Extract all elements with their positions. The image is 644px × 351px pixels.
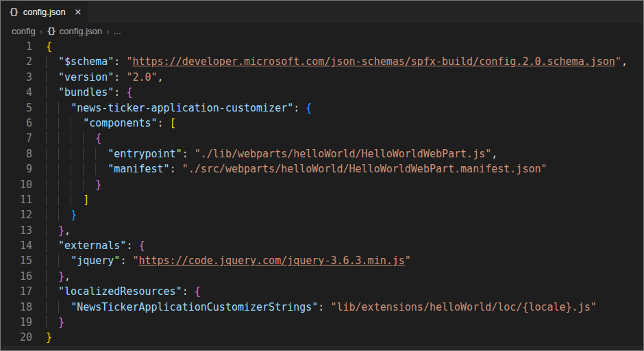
code-text: { bbox=[46, 131, 101, 146]
chevron-right-icon: › bbox=[40, 26, 43, 37]
bottom-edge bbox=[1, 346, 643, 351]
code-text: }, bbox=[46, 269, 71, 284]
code-line[interactable]: 20} bbox=[1, 330, 643, 345]
json-file-icon: {} bbox=[47, 27, 55, 36]
code-lines: 1{2 "$schema": "https://developer.micros… bbox=[1, 39, 643, 346]
code-text: }, bbox=[46, 223, 71, 238]
code-line[interactable]: 4 "bundles": { bbox=[1, 85, 643, 100]
code-line[interactable]: 9 "manifest": "./src/webparts/helloWorld… bbox=[1, 161, 643, 177]
code-text: "$schema": "https://developer.microsoft.… bbox=[46, 54, 628, 69]
code-line[interactable]: 18 "NewsTickerApplicationCustomizerStrin… bbox=[1, 300, 643, 315]
line-number: 20 bbox=[1, 330, 32, 345]
code-text: "localizedResources": { bbox=[46, 284, 201, 299]
code-line[interactable]: 16 }, bbox=[1, 269, 643, 284]
line-number: 12 bbox=[1, 207, 32, 222]
line-number: 19 bbox=[1, 315, 32, 330]
code-text: } bbox=[46, 177, 101, 192]
code-line[interactable]: 19 } bbox=[1, 315, 643, 330]
code-line[interactable]: 11 ] bbox=[1, 192, 643, 207]
code-text: "news-ticker-application-customizer": { bbox=[46, 101, 312, 116]
code-text: "version": "2.0", bbox=[46, 70, 164, 85]
line-number: 15 bbox=[1, 253, 32, 268]
code-line[interactable]: 14 "externals": { bbox=[1, 238, 643, 253]
breadcrumb: config › {} config.json › ... bbox=[1, 23, 643, 39]
line-number: 6 bbox=[1, 116, 32, 131]
json-file-icon: {} bbox=[9, 7, 18, 17]
line-number: 1 bbox=[1, 39, 32, 54]
code-line[interactable]: 3 "version": "2.0", bbox=[1, 70, 643, 85]
breadcrumb-item-config-json[interactable]: config.json bbox=[60, 26, 102, 36]
code-line[interactable]: 7 { bbox=[1, 131, 643, 146]
code-text: { bbox=[46, 39, 52, 54]
code-text: } bbox=[46, 315, 64, 330]
line-number: 7 bbox=[1, 131, 32, 146]
code-text: "entrypoint": "./lib/webparts/helloWorld… bbox=[46, 146, 497, 161]
code-line[interactable]: 2 "$schema": "https://developer.microsof… bbox=[1, 54, 643, 69]
code-line[interactable]: 5 "news-ticker-application-customizer": … bbox=[1, 101, 643, 116]
code-line[interactable]: 12 } bbox=[1, 207, 643, 222]
code-text: } bbox=[46, 330, 52, 345]
line-number: 10 bbox=[1, 177, 32, 192]
code-line[interactable]: 15 "jquery": "https://code.jquery.com/jq… bbox=[1, 253, 643, 268]
code-editor[interactable]: 1{2 "$schema": "https://developer.micros… bbox=[1, 39, 643, 346]
tab-bar: {} config.json × bbox=[1, 1, 643, 23]
code-text: "externals": { bbox=[46, 238, 145, 253]
chevron-right-icon: › bbox=[106, 26, 110, 37]
code-text: "manifest": "./src/webparts/helloWorld/H… bbox=[46, 161, 547, 177]
line-number: 9 bbox=[1, 161, 32, 177]
line-number: 18 bbox=[1, 300, 32, 315]
breadcrumb-item-symbol[interactable]: ... bbox=[114, 26, 121, 36]
line-number: 8 bbox=[1, 146, 32, 161]
breadcrumb-item-config[interactable]: config bbox=[12, 26, 36, 36]
code-line[interactable]: 17 "localizedResources": { bbox=[1, 284, 643, 299]
code-text: ] bbox=[46, 192, 89, 207]
line-number: 5 bbox=[1, 101, 32, 116]
code-text: "bundles": { bbox=[46, 85, 132, 100]
code-text: } bbox=[46, 207, 77, 222]
code-text: "components": [ bbox=[46, 116, 176, 131]
line-number: 4 bbox=[1, 85, 32, 100]
line-number: 16 bbox=[1, 269, 32, 284]
close-icon[interactable]: × bbox=[75, 6, 82, 18]
code-line[interactable]: 1{ bbox=[1, 39, 643, 54]
tab-config-json[interactable]: {} config.json × bbox=[1, 1, 88, 23]
code-text: "jquery": "https://code.jquery.com/jquer… bbox=[46, 253, 411, 268]
tab-label: config.json bbox=[23, 7, 66, 17]
line-number: 11 bbox=[1, 192, 32, 207]
line-number: 13 bbox=[1, 223, 32, 238]
code-line[interactable]: 13 }, bbox=[1, 223, 643, 238]
code-text: "NewsTickerApplicationCustomizerStrings"… bbox=[46, 300, 597, 315]
code-line[interactable]: 8 "entrypoint": "./lib/webparts/helloWor… bbox=[1, 146, 643, 161]
line-number: 14 bbox=[1, 238, 32, 253]
code-line[interactable]: 6 "components": [ bbox=[1, 116, 643, 131]
line-number: 17 bbox=[1, 284, 32, 299]
line-number: 2 bbox=[1, 54, 32, 69]
line-number: 3 bbox=[1, 70, 32, 85]
code-line[interactable]: 10 } bbox=[1, 177, 643, 192]
